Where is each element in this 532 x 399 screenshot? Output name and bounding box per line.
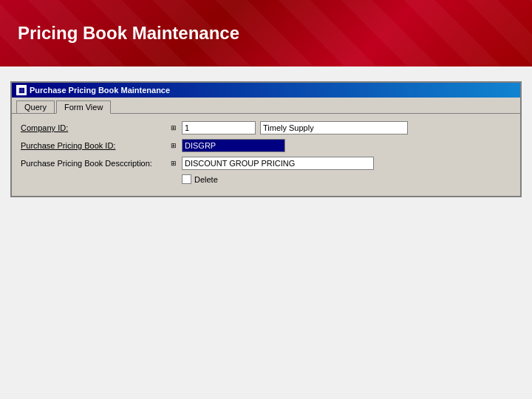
tab-area: Query Form View [12,98,520,114]
description-label: Purchase Pricing Book Desccription: [21,159,168,168]
page-title: Pricing Book Maintenance [18,23,239,44]
title-bar: ▦ Purchase Pricing Book Maintenance [12,83,520,98]
company-name-input[interactable] [260,121,408,134]
description-input[interactable] [182,157,374,170]
book-id-row: Purchase Pricing Book ID: ⊞ [21,139,511,152]
delete-row: Delete [182,174,511,184]
header-banner: Pricing Book Maintenance [0,0,532,66]
description-row: Purchase Pricing Book Desccription: ⊞ [21,157,511,170]
required-icon-desc: ⊞ [168,158,179,168]
tab-form-view[interactable]: Form View [56,100,111,114]
company-id-label[interactable]: Company ID: [21,123,168,132]
required-icon-company: ⊞ [168,123,179,133]
company-id-input[interactable] [182,121,256,134]
book-id-label[interactable]: Purchase Pricing Book ID: [21,141,168,150]
delete-label: Delete [194,175,218,184]
window-title: Purchase Pricing Book Maintenance [30,86,170,95]
main-content: ▦ Purchase Pricing Book Maintenance Quer… [0,66,532,399]
company-id-row: Company ID: ⊞ [21,121,511,134]
required-icon-book: ⊞ [168,140,179,151]
window-icon: ▦ [16,85,27,95]
delete-checkbox[interactable] [182,174,191,184]
book-id-input[interactable] [182,139,285,152]
window-frame: ▦ Purchase Pricing Book Maintenance Quer… [10,81,522,197]
form-area: Company ID: ⊞ Purchase Pricing Book ID: … [12,114,520,196]
tab-query[interactable]: Query [16,100,55,113]
